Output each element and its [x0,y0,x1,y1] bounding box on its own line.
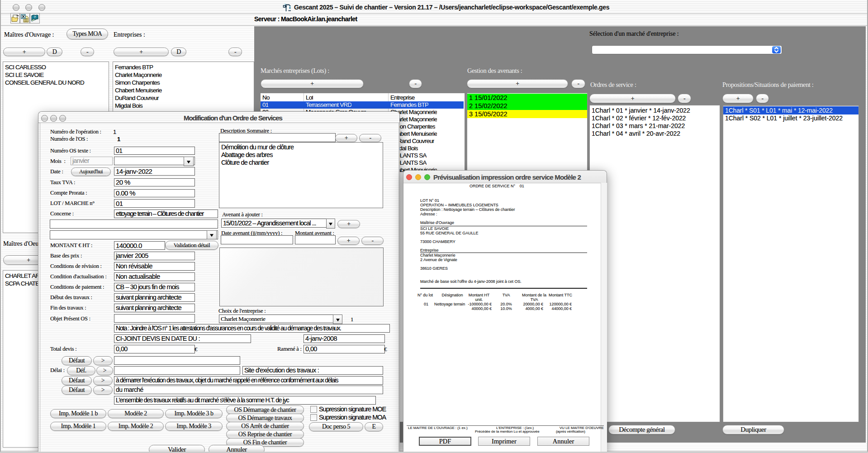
svg-text:?: ? [34,15,36,19]
